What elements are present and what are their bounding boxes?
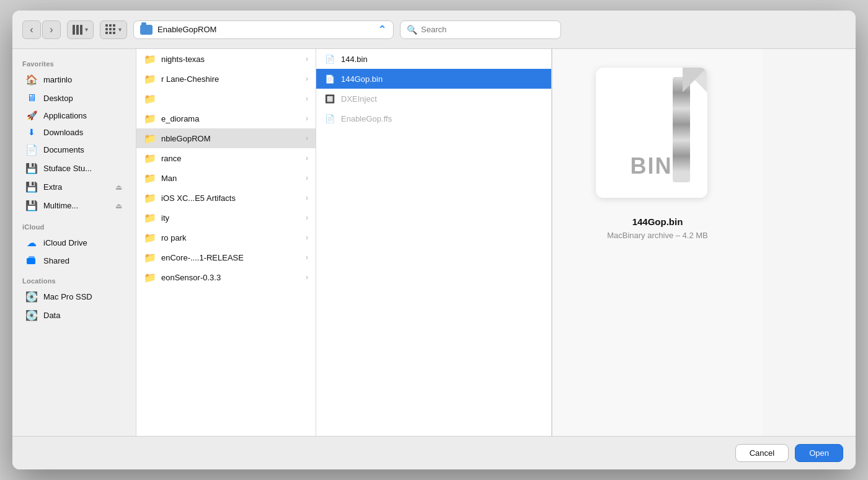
list-item[interactable]: 📁 nights-texas › bbox=[136, 49, 316, 69]
home-icon: 🏠 bbox=[26, 74, 37, 86]
list-item[interactable]: 📁 r Lane-Cheshire › bbox=[136, 69, 316, 89]
path-folder-name: EnableGopROM bbox=[157, 25, 373, 34]
sidebar-item-desktop[interactable]: 🖥 Desktop bbox=[16, 89, 132, 107]
sidebar-item-applications[interactable]: 🚀 Applications bbox=[16, 107, 132, 123]
file-name: DXEInject bbox=[341, 94, 544, 104]
chevron-right-icon: › bbox=[306, 174, 308, 182]
list-item-enablegop-ffs[interactable]: 📄 EnableGop.ffs bbox=[316, 109, 551, 128]
sidebar-item-multime[interactable]: 💾 Multime... ⏏ bbox=[16, 197, 132, 215]
chevron-right-icon: › bbox=[306, 94, 308, 103]
sidebar-item-downloads[interactable]: ⬇ Downloads bbox=[16, 124, 132, 140]
list-item[interactable]: 📁 Man › bbox=[136, 168, 316, 188]
file-panes: 📁 nights-texas › 📁 r Lane-Cheshire › 📁 ›… bbox=[136, 49, 856, 436]
search-icon: 🔍 bbox=[407, 25, 417, 35]
sidebar-item-label: Documents bbox=[43, 145, 122, 154]
chevron-right-icon: › bbox=[306, 193, 308, 202]
sidebar-item-label: Data bbox=[43, 311, 122, 320]
folder-icon: 📁 bbox=[144, 73, 156, 85]
forward-button[interactable]: › bbox=[42, 20, 61, 39]
column-view-button[interactable]: ▾ bbox=[67, 20, 94, 39]
extra-icon: 💾 bbox=[26, 181, 37, 193]
folder-icon: 📁 bbox=[144, 212, 156, 224]
list-item[interactable]: 📁 iOS XC...E5 Artifacts › bbox=[136, 188, 316, 208]
folder-icon bbox=[140, 25, 153, 35]
list-item[interactable]: 📁 rance › bbox=[136, 148, 316, 168]
stuface-icon: 💾 bbox=[26, 162, 37, 174]
file-name: nbleGopROM bbox=[161, 134, 301, 143]
list-item[interactable]: 📁 e_diorama › bbox=[136, 109, 316, 128]
nav-buttons: ‹ › bbox=[22, 20, 61, 39]
locations-section-label: Locations bbox=[12, 273, 136, 287]
sidebar-item-label: Extra bbox=[43, 182, 109, 192]
sidebar-item-label: iCloud Drive bbox=[43, 238, 122, 247]
sidebar-item-label: Shared bbox=[43, 256, 122, 265]
chevron-right-icon: › bbox=[306, 154, 308, 162]
preview-file-name: 144Gop.bin bbox=[632, 216, 683, 227]
file-bin-selected-icon: 📄 bbox=[324, 74, 336, 84]
list-item-144bin[interactable]: 📄 144.bin bbox=[316, 49, 551, 69]
desktop-icon: 🖥 bbox=[26, 92, 37, 104]
chevron-right-icon: › bbox=[306, 213, 308, 222]
grid-view-button[interactable]: ▾ bbox=[100, 20, 127, 39]
list-item-enablegoprom[interactable]: 📁 nbleGopROM › bbox=[136, 128, 316, 148]
cancel-button[interactable]: Cancel bbox=[735, 444, 789, 462]
bottom-bar: Cancel Open bbox=[12, 436, 856, 469]
sidebar-item-data[interactable]: 💽 Data bbox=[16, 306, 132, 324]
folder-icon: 📁 bbox=[144, 153, 156, 164]
svg-rect-1 bbox=[29, 256, 35, 260]
file-name: rance bbox=[161, 154, 301, 163]
chevron-right-icon: › bbox=[306, 134, 308, 143]
forward-icon: › bbox=[50, 24, 53, 35]
dxeinject-icon: 🔲 bbox=[324, 94, 336, 104]
icloud-icon: ☁ bbox=[26, 237, 37, 249]
chevron-right-icon: › bbox=[306, 55, 308, 63]
list-item[interactable]: 📁 eonSensor-0.3.3 › bbox=[136, 267, 316, 287]
sidebar-item-label: Stuface Stu... bbox=[43, 164, 122, 173]
file-name: nights-texas bbox=[161, 55, 301, 64]
shared-icon bbox=[26, 256, 37, 265]
sidebar-item-shared[interactable]: Shared bbox=[16, 252, 132, 269]
search-input[interactable] bbox=[421, 25, 554, 34]
column-view-icon bbox=[73, 25, 82, 35]
sidebar-item-label: Multime... bbox=[43, 201, 109, 210]
folder-icon: 📁 bbox=[144, 272, 156, 283]
sidebar-item-stuface[interactable]: 💾 Stuface Stu... bbox=[16, 159, 132, 177]
list-item-dxeinject[interactable]: 🔲 DXEInject bbox=[316, 89, 551, 109]
sidebar-item-icloud-drive[interactable]: ☁ iCloud Drive bbox=[16, 234, 132, 252]
sidebar-item-label: Applications bbox=[43, 111, 122, 120]
sidebar-item-martinlo[interactable]: 🏠 martinlo bbox=[16, 71, 132, 89]
list-item[interactable]: 📁 ity › bbox=[136, 208, 316, 228]
sidebar-item-documents[interactable]: 📄 Documents bbox=[16, 141, 132, 159]
chevron-right-icon: › bbox=[306, 253, 308, 262]
sidebar-item-label: martinlo bbox=[43, 75, 122, 84]
sidebar-item-mac-pro-ssd[interactable]: 💽 Mac Pro SSD bbox=[16, 288, 132, 306]
list-item[interactable]: 📁 ro park › bbox=[136, 228, 316, 247]
sidebar-item-extra[interactable]: 💾 Extra ⏏ bbox=[16, 178, 132, 196]
folder-icon: 📁 bbox=[144, 172, 156, 184]
file-name: eonSensor-0.3.3 bbox=[161, 273, 301, 282]
multime-icon: 💾 bbox=[26, 200, 37, 211]
path-chevron-icon[interactable]: ⌃ bbox=[378, 23, 387, 37]
file-name: 144.bin bbox=[341, 55, 544, 64]
back-button[interactable]: ‹ bbox=[22, 20, 41, 39]
path-control[interactable]: EnableGopROM ⌃ bbox=[133, 20, 394, 39]
search-bar[interactable]: 🔍 bbox=[400, 20, 561, 39]
list-item[interactable]: 📁 enCore-....1-RELEASE › bbox=[136, 247, 316, 267]
list-item[interactable]: 📁 › bbox=[136, 89, 316, 109]
finder-window: ‹ › ▾ ▾ EnableGopROM ⌃ bbox=[12, 11, 856, 469]
mac-pro-ssd-icon: 💽 bbox=[26, 291, 37, 303]
documents-icon: 📄 bbox=[26, 144, 37, 156]
file-name: ity bbox=[161, 213, 301, 223]
downloads-icon: ⬇ bbox=[26, 127, 37, 137]
file-name: enCore-....1-RELEASE bbox=[161, 253, 301, 262]
preview-bin-label: BIN bbox=[596, 153, 707, 179]
chevron-right-icon: › bbox=[306, 233, 308, 242]
folder-icon: 📁 bbox=[144, 232, 156, 244]
toolbar: ‹ › ▾ ▾ EnableGopROM ⌃ bbox=[12, 11, 856, 49]
grid-view-icon bbox=[105, 24, 116, 35]
list-item-144gop[interactable]: 📄 144Gop.bin bbox=[316, 69, 551, 89]
back-icon: ‹ bbox=[30, 24, 33, 35]
eject-icon: ⏏ bbox=[115, 183, 122, 192]
file-name: ro park bbox=[161, 233, 301, 242]
open-button[interactable]: Open bbox=[795, 444, 843, 462]
